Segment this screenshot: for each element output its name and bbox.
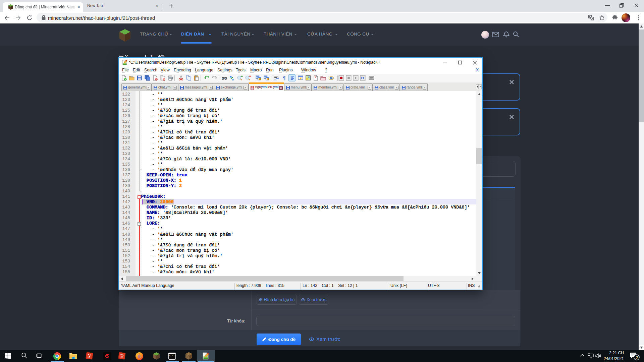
svg-text:C:\_: C:\_ bbox=[169, 354, 174, 357]
svg-text:¶: ¶ bbox=[283, 75, 285, 81]
svg-text:2: 2 bbox=[636, 355, 638, 360]
